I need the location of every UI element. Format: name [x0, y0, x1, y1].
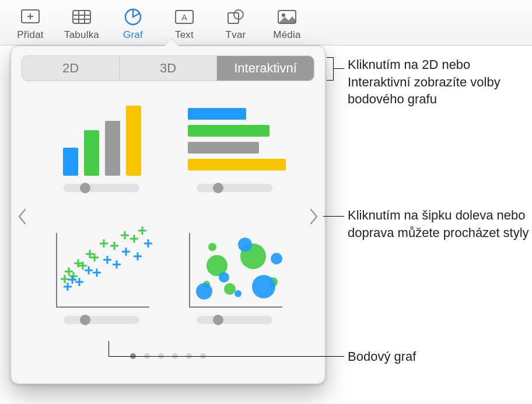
scatter-chart-icon: [49, 229, 154, 311]
chart-style-scatter[interactable]: [43, 229, 160, 344]
callout-connector: [108, 341, 109, 356]
style-slider[interactable]: [64, 316, 139, 324]
bar-chart-icon: [182, 97, 287, 179]
toolbar-label: Média: [273, 29, 300, 41]
callout-tabs: Kliknutím na 2D nebo Interaktivní zobraz…: [348, 56, 528, 108]
chart-type-tabs: 2D 3D Interaktivní: [22, 55, 314, 81]
toolbar-label: Text: [175, 29, 194, 41]
toolbar-label: Tvar: [226, 29, 246, 41]
add-slide-icon: [19, 7, 41, 27]
chart-style-grid: [11, 87, 325, 350]
style-slider[interactable]: [64, 184, 139, 192]
toolbar-item-text[interactable]: A Text: [159, 4, 210, 41]
next-style-arrow[interactable]: [305, 204, 323, 229]
svg-rect-3: [73, 11, 90, 23]
toolbar-label: Přidat: [17, 29, 44, 41]
toolbar-item-table[interactable]: Tabulka: [56, 4, 107, 41]
bubble-chart-icon: [182, 229, 287, 311]
toolbar: Přidat Tabulka Graf A Text Tvar Média: [0, 0, 532, 46]
toolbar-label: Graf: [123, 29, 143, 41]
page-dots: [11, 350, 325, 367]
chart-style-bar[interactable]: [176, 97, 293, 212]
toolbar-label: Tabulka: [64, 29, 99, 41]
tab-2d[interactable]: 2D: [22, 56, 120, 81]
style-slider[interactable]: [197, 316, 272, 324]
chart-style-area: [11, 87, 325, 350]
toolbar-item-chart[interactable]: Graf: [107, 4, 159, 41]
media-icon: [276, 7, 298, 27]
callout-connector: [323, 216, 344, 217]
callout-connector: [108, 356, 344, 357]
shape-icon: [225, 7, 247, 27]
chart-popover: 2D 3D Interaktivní: [10, 46, 326, 384]
svg-text:A: A: [181, 12, 187, 22]
callout-arrows: Kliknutím na šipku doleva nebo doprava m…: [348, 207, 532, 241]
tab-3d[interactable]: 3D: [120, 56, 217, 81]
svg-rect-11: [228, 13, 239, 23]
toolbar-item-shape[interactable]: Tvar: [210, 4, 261, 41]
callout-connector: [334, 68, 344, 69]
toolbar-item-add[interactable]: Přidat: [5, 4, 56, 41]
style-slider[interactable]: [197, 184, 272, 192]
chart-style-bubble[interactable]: [176, 229, 293, 344]
tab-interactive[interactable]: Interaktivní: [217, 56, 314, 81]
table-icon: [71, 7, 93, 27]
callout-bracket: [327, 57, 334, 81]
chart-icon: [122, 7, 144, 27]
chart-style-column[interactable]: [43, 97, 160, 212]
prev-style-arrow[interactable]: [13, 204, 31, 229]
column-chart-icon: [49, 97, 154, 179]
toolbar-item-media[interactable]: Média: [261, 4, 313, 41]
text-icon: A: [173, 7, 195, 27]
callout-scatter: Bodový graf: [348, 348, 416, 365]
svg-point-14: [282, 13, 285, 17]
